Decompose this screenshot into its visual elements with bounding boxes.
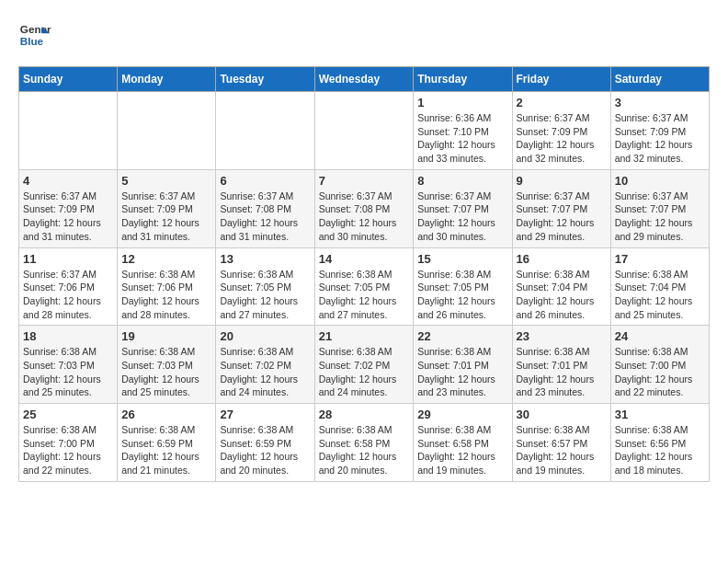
day-info: Sunrise: 6:37 AM Sunset: 7:09 PM Dayligh… <box>517 111 607 166</box>
calendar-week-row: 11Sunrise: 6:37 AM Sunset: 7:06 PM Dayli… <box>19 247 710 326</box>
day-info: Sunrise: 6:37 AM Sunset: 7:07 PM Dayligh… <box>517 190 607 244</box>
day-number: 14 <box>319 252 410 266</box>
day-of-week-header: Friday <box>512 67 610 92</box>
calendar-day-cell: 11Sunrise: 6:37 AM Sunset: 7:06 PM Dayli… <box>19 247 118 326</box>
day-number: 11 <box>23 252 113 266</box>
calendar-day-cell: 20Sunrise: 6:38 AM Sunset: 7:02 PM Dayli… <box>216 326 314 404</box>
day-number: 21 <box>319 329 410 343</box>
day-number: 4 <box>23 174 113 188</box>
day-number: 6 <box>220 174 310 188</box>
calendar-day-cell: 7Sunrise: 6:37 AM Sunset: 7:08 PM Daylig… <box>314 169 414 247</box>
calendar-day-cell: 22Sunrise: 6:38 AM Sunset: 7:01 PM Dayli… <box>414 326 512 404</box>
day-number: 7 <box>319 174 410 188</box>
day-of-week-header: Monday <box>118 67 216 92</box>
day-number: 13 <box>220 252 310 266</box>
calendar-day-cell: 4Sunrise: 6:37 AM Sunset: 7:09 PM Daylig… <box>19 169 118 247</box>
calendar-day-cell: 1Sunrise: 6:36 AM Sunset: 7:10 PM Daylig… <box>414 92 512 170</box>
day-number: 1 <box>417 96 507 109</box>
calendar-day-cell: 16Sunrise: 6:38 AM Sunset: 7:04 PM Dayli… <box>512 247 610 326</box>
day-info: Sunrise: 6:37 AM Sunset: 7:09 PM Dayligh… <box>615 111 705 166</box>
day-info: Sunrise: 6:38 AM Sunset: 7:03 PM Dayligh… <box>121 345 211 399</box>
day-number: 5 <box>121 174 211 188</box>
calendar-day-cell: 19Sunrise: 6:38 AM Sunset: 7:03 PM Dayli… <box>118 326 216 404</box>
calendar-day-cell: 10Sunrise: 6:37 AM Sunset: 7:07 PM Dayli… <box>610 169 709 247</box>
day-info: Sunrise: 6:38 AM Sunset: 6:56 PM Dayligh… <box>615 423 705 477</box>
day-info: Sunrise: 6:37 AM Sunset: 7:06 PM Dayligh… <box>23 268 113 322</box>
logo-icon: General Blue <box>18 18 51 52</box>
day-info: Sunrise: 6:36 AM Sunset: 7:10 PM Dayligh… <box>417 111 507 166</box>
day-number: 17 <box>615 252 705 266</box>
day-number: 19 <box>121 329 211 343</box>
day-number: 20 <box>220 329 310 343</box>
page-header: General Blue <box>18 18 710 52</box>
calendar-day-cell: 21Sunrise: 6:38 AM Sunset: 7:02 PM Dayli… <box>314 326 414 404</box>
day-info: Sunrise: 6:38 AM Sunset: 6:59 PM Dayligh… <box>121 423 211 477</box>
day-info: Sunrise: 6:38 AM Sunset: 7:04 PM Dayligh… <box>517 268 607 322</box>
day-of-week-header: Saturday <box>610 67 709 92</box>
day-info: Sunrise: 6:38 AM Sunset: 7:02 PM Dayligh… <box>319 345 410 399</box>
day-number: 3 <box>615 96 705 109</box>
day-number: 29 <box>417 408 507 421</box>
calendar-table: SundayMondayTuesdayWednesdayThursdayFrid… <box>18 66 710 482</box>
svg-text:Blue: Blue <box>20 35 44 47</box>
day-info: Sunrise: 6:37 AM Sunset: 7:09 PM Dayligh… <box>121 190 211 244</box>
day-info: Sunrise: 6:38 AM Sunset: 7:00 PM Dayligh… <box>23 423 113 477</box>
calendar-day-cell: 27Sunrise: 6:38 AM Sunset: 6:59 PM Dayli… <box>216 404 314 482</box>
day-info: Sunrise: 6:38 AM Sunset: 7:01 PM Dayligh… <box>517 345 607 399</box>
day-info: Sunrise: 6:38 AM Sunset: 6:58 PM Dayligh… <box>417 423 507 477</box>
calendar-week-row: 1Sunrise: 6:36 AM Sunset: 7:10 PM Daylig… <box>19 92 710 170</box>
day-number: 18 <box>23 329 113 343</box>
day-info: Sunrise: 6:38 AM Sunset: 7:02 PM Dayligh… <box>220 345 310 399</box>
calendar-day-cell: 8Sunrise: 6:37 AM Sunset: 7:07 PM Daylig… <box>414 169 512 247</box>
day-of-week-header: Wednesday <box>314 67 414 92</box>
day-info: Sunrise: 6:38 AM Sunset: 6:57 PM Dayligh… <box>517 423 607 477</box>
day-info: Sunrise: 6:38 AM Sunset: 7:04 PM Dayligh… <box>615 268 705 322</box>
day-number: 23 <box>517 329 607 343</box>
day-info: Sunrise: 6:37 AM Sunset: 7:07 PM Dayligh… <box>417 190 507 244</box>
day-info: Sunrise: 6:37 AM Sunset: 7:09 PM Dayligh… <box>23 190 113 244</box>
calendar-week-row: 18Sunrise: 6:38 AM Sunset: 7:03 PM Dayli… <box>19 326 710 404</box>
day-number: 28 <box>319 408 410 421</box>
day-info: Sunrise: 6:37 AM Sunset: 7:08 PM Dayligh… <box>220 190 310 244</box>
day-info: Sunrise: 6:38 AM Sunset: 6:58 PM Dayligh… <box>319 423 410 477</box>
day-info: Sunrise: 6:38 AM Sunset: 7:00 PM Dayligh… <box>615 345 705 399</box>
calendar-day-cell: 15Sunrise: 6:38 AM Sunset: 7:05 PM Dayli… <box>414 247 512 326</box>
day-number: 9 <box>517 174 607 188</box>
calendar-header-row: SundayMondayTuesdayWednesdayThursdayFrid… <box>19 67 710 92</box>
calendar-day-cell: 31Sunrise: 6:38 AM Sunset: 6:56 PM Dayli… <box>610 404 709 482</box>
calendar-day-cell: 17Sunrise: 6:38 AM Sunset: 7:04 PM Dayli… <box>610 247 709 326</box>
day-number: 2 <box>517 96 607 109</box>
calendar-day-cell: 28Sunrise: 6:38 AM Sunset: 6:58 PM Dayli… <box>314 404 414 482</box>
day-number: 25 <box>23 408 113 421</box>
logo: General Blue <box>18 18 51 52</box>
day-number: 30 <box>517 408 607 421</box>
day-info: Sunrise: 6:37 AM Sunset: 7:08 PM Dayligh… <box>319 190 410 244</box>
day-of-week-header: Tuesday <box>216 67 314 92</box>
day-number: 12 <box>121 252 211 266</box>
day-number: 22 <box>417 329 507 343</box>
calendar-day-cell: 24Sunrise: 6:38 AM Sunset: 7:00 PM Dayli… <box>610 326 709 404</box>
calendar-day-cell <box>314 92 414 170</box>
calendar-day-cell: 2Sunrise: 6:37 AM Sunset: 7:09 PM Daylig… <box>512 92 610 170</box>
day-info: Sunrise: 6:38 AM Sunset: 7:05 PM Dayligh… <box>319 268 410 322</box>
day-info: Sunrise: 6:38 AM Sunset: 7:06 PM Dayligh… <box>121 268 211 322</box>
calendar-day-cell <box>118 92 216 170</box>
day-number: 15 <box>417 252 507 266</box>
calendar-day-cell: 25Sunrise: 6:38 AM Sunset: 7:00 PM Dayli… <box>19 404 118 482</box>
calendar-day-cell: 6Sunrise: 6:37 AM Sunset: 7:08 PM Daylig… <box>216 169 314 247</box>
day-of-week-header: Thursday <box>414 67 512 92</box>
calendar-day-cell: 29Sunrise: 6:38 AM Sunset: 6:58 PM Dayli… <box>414 404 512 482</box>
calendar-day-cell: 14Sunrise: 6:38 AM Sunset: 7:05 PM Dayli… <box>314 247 414 326</box>
calendar-day-cell: 12Sunrise: 6:38 AM Sunset: 7:06 PM Dayli… <box>118 247 216 326</box>
day-number: 10 <box>615 174 705 188</box>
svg-text:General: General <box>20 23 51 35</box>
calendar-day-cell: 3Sunrise: 6:37 AM Sunset: 7:09 PM Daylig… <box>610 92 709 170</box>
calendar-day-cell: 13Sunrise: 6:38 AM Sunset: 7:05 PM Dayli… <box>216 247 314 326</box>
day-info: Sunrise: 6:38 AM Sunset: 7:05 PM Dayligh… <box>220 268 310 322</box>
day-number: 16 <box>517 252 607 266</box>
calendar-day-cell: 30Sunrise: 6:38 AM Sunset: 6:57 PM Dayli… <box>512 404 610 482</box>
day-info: Sunrise: 6:38 AM Sunset: 7:03 PM Dayligh… <box>23 345 113 399</box>
calendar-day-cell <box>19 92 118 170</box>
day-number: 31 <box>615 408 705 421</box>
day-info: Sunrise: 6:38 AM Sunset: 7:01 PM Dayligh… <box>417 345 507 399</box>
